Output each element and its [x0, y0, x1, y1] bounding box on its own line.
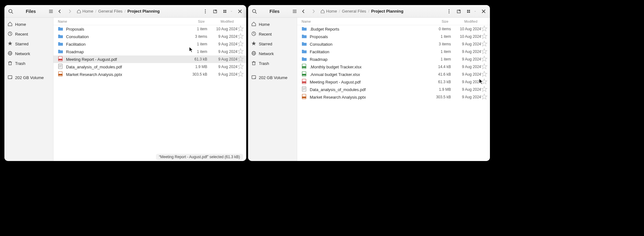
star-toggle[interactable]: [481, 94, 487, 101]
breadcrumb-segment[interactable]: Home: [77, 9, 93, 14]
file-row[interactable]: Data_analysis_of_modules.pdf 1.9 MB 9 Au…: [53, 63, 246, 71]
file-size: 61.3 kB: [428, 80, 451, 84]
view-options-button[interactable]: [472, 7, 478, 16]
file-row[interactable]: Roadmap 1 item 9 Aug 2024: [297, 55, 490, 63]
view-options-button[interactable]: [229, 7, 234, 16]
star-toggle[interactable]: [481, 78, 487, 86]
file-row[interactable]: Consultation 3 items 9 Aug 2024: [53, 33, 246, 40]
back-button[interactable]: [55, 7, 64, 16]
sidebar-item-starred[interactable]: Starred: [4, 39, 53, 49]
file-row[interactable]: Meeting Report - August.pdf 61.3 kB 9 Au…: [53, 55, 246, 63]
breadcrumb-segment[interactable]: Project Planning: [371, 9, 403, 14]
breadcrumb-segment[interactable]: General Files: [342, 9, 366, 14]
file-name: .Annual budget Tracker.xlsx: [310, 72, 428, 77]
close-button[interactable]: [479, 7, 488, 16]
breadcrumb-segment[interactable]: General Files: [98, 9, 122, 14]
star-toggle[interactable]: [481, 63, 487, 71]
file-list-pane: Name Size Modified Proposals 1 item 10 A…: [53, 18, 246, 161]
file-name: Consultation: [310, 42, 428, 47]
col-modified[interactable]: Modified: [448, 20, 479, 23]
file-modified: 9 Aug 2024: [451, 87, 481, 92]
disk-icon: [251, 75, 256, 81]
sidebar-item-home[interactable]: Home: [248, 20, 297, 29]
file-size: 41.6 kB: [428, 72, 451, 77]
file-row[interactable]: Proposals 1 item 10 Aug 2024: [53, 25, 246, 33]
star-toggle[interactable]: [237, 63, 244, 71]
sidebar: Home Recent Starred Network Trash 202 GB…: [4, 18, 53, 161]
home-icon: [8, 21, 13, 27]
sidebar-item-recent[interactable]: Recent: [248, 29, 297, 39]
file-row[interactable]: .Budget Reports 0 items 10 Aug 2024: [297, 25, 490, 33]
sidebar-menu-button[interactable]: [290, 7, 299, 16]
star-toggle[interactable]: [237, 26, 244, 33]
star-toggle[interactable]: [481, 86, 487, 93]
sidebar-item-trash[interactable]: Trash: [248, 59, 297, 68]
grid-view-button[interactable]: [221, 7, 229, 16]
sidebar: Home Recent Starred Network Trash 202 GB…: [248, 18, 297, 161]
star-toggle[interactable]: [481, 26, 487, 33]
file-modified: 9 Aug 2024: [451, 49, 481, 54]
file-size: 3 items: [185, 34, 207, 39]
star-toggle[interactable]: [481, 48, 487, 55]
col-name[interactable]: Name: [302, 20, 426, 23]
sidebar-item-volume[interactable]: 202 GB Volume: [4, 73, 53, 83]
breadcrumb-segment[interactable]: Home: [320, 9, 337, 14]
sidebar-menu-button[interactable]: [47, 7, 55, 16]
file-row[interactable]: Data_analysis_of_modules.pdf 1.9 MB 9 Au…: [297, 86, 490, 93]
star-toggle[interactable]: [481, 71, 487, 78]
file-modified: 9 Aug 2024: [451, 72, 481, 77]
star-toggle[interactable]: [237, 71, 244, 78]
file-type-icon: [302, 79, 310, 85]
selection-status: “Meeting Report - August.pdf” selected (…: [156, 154, 243, 160]
star-toggle[interactable]: [237, 48, 244, 55]
file-row[interactable]: .Monthly budget Tracker.xlsx 14.4 kB 9 A…: [297, 63, 490, 71]
forward-button[interactable]: [309, 7, 318, 16]
new-tab-button[interactable]: [455, 7, 464, 16]
trash-icon: [251, 60, 256, 66]
path-menu-button[interactable]: [445, 7, 453, 16]
file-modified: 9 Aug 2024: [451, 42, 481, 46]
file-modified: 10 Aug 2024: [451, 34, 481, 39]
star-toggle[interactable]: [481, 56, 487, 63]
search-button[interactable]: [6, 7, 15, 16]
path-menu-button[interactable]: [201, 7, 210, 16]
col-size[interactable]: Size: [426, 20, 448, 23]
sidebar-item-trash[interactable]: Trash: [4, 59, 53, 68]
file-list[interactable]: .Budget Reports 0 items 10 Aug 2024 Prop…: [297, 25, 490, 161]
forward-button[interactable]: [65, 7, 74, 16]
file-row[interactable]: Roadmap 1 item 9 Aug 2024: [53, 48, 246, 55]
col-name[interactable]: Name: [58, 20, 182, 23]
col-size[interactable]: Size: [182, 20, 205, 23]
new-tab-button[interactable]: [211, 7, 220, 16]
sidebar-item-network[interactable]: Network: [248, 49, 297, 59]
star-toggle[interactable]: [481, 41, 487, 48]
file-row[interactable]: Facilitation 1 item 9 Aug 2024: [297, 48, 490, 55]
file-modified: 9 Aug 2024: [451, 80, 481, 84]
file-row[interactable]: Consultation 3 items 9 Aug 2024: [297, 40, 490, 48]
file-row[interactable]: Market Research Analysis.pptx 303.5 kB 9…: [53, 71, 246, 78]
file-row[interactable]: .Annual budget Tracker.xlsx 41.6 kB 9 Au…: [297, 71, 490, 78]
file-row[interactable]: Market Research Analysis.pptx 303.5 kB 9…: [297, 93, 490, 101]
sidebar-item-recent[interactable]: Recent: [4, 29, 53, 39]
star-toggle[interactable]: [481, 33, 487, 40]
back-button[interactable]: [299, 7, 308, 16]
sidebar-item-network[interactable]: Network: [4, 49, 53, 59]
file-name: Facilitation: [66, 42, 185, 47]
file-size: 0 items: [428, 27, 451, 31]
breadcrumb-segment[interactable]: Project Planning: [127, 9, 160, 14]
file-row[interactable]: Facilitation 1 item 9 Aug 2024: [53, 40, 246, 48]
col-modified[interactable]: Modified: [205, 20, 235, 23]
sidebar-item-volume[interactable]: 202 GB Volume: [248, 73, 297, 83]
star-toggle[interactable]: [237, 41, 244, 48]
star-toggle[interactable]: [237, 33, 244, 40]
star-icon: [251, 41, 256, 47]
file-row[interactable]: Meeting Report - August.pdf 61.3 kB 9 Au…: [297, 78, 490, 86]
grid-view-button[interactable]: [465, 7, 472, 16]
close-button[interactable]: [236, 7, 244, 16]
sidebar-item-home[interactable]: Home: [4, 20, 53, 29]
sidebar-item-starred[interactable]: Starred: [248, 39, 297, 49]
search-button[interactable]: [250, 7, 259, 16]
file-row[interactable]: Proposals 1 item 10 Aug 2024: [297, 33, 490, 40]
star-toggle[interactable]: [237, 56, 244, 63]
file-list[interactable]: Proposals 1 item 10 Aug 2024 Consultatio…: [53, 25, 246, 161]
